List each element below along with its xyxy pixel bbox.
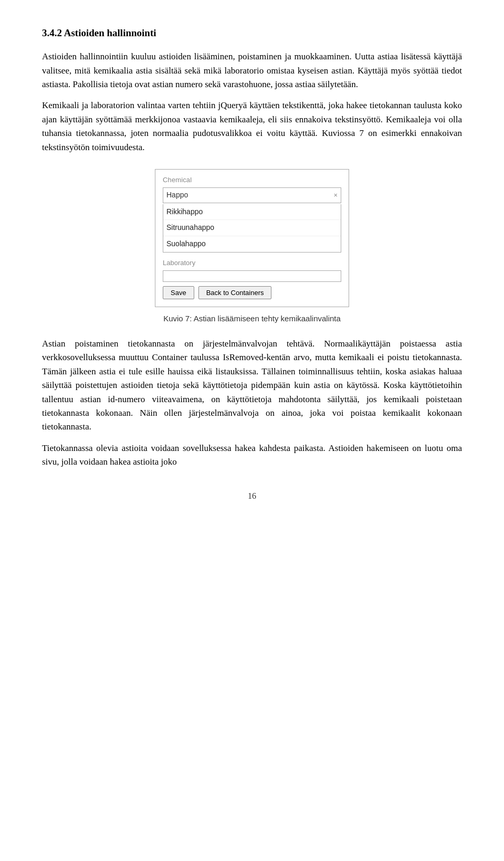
chemical-dropdown-list: Rikkihappo Sitruunahappo Suolahappo: [163, 204, 341, 253]
laboratory-section: Laboratory: [163, 258, 341, 282]
chemical-label: Chemical: [163, 175, 341, 185]
clear-input-icon[interactable]: ×: [333, 190, 338, 201]
figure-buttons-row: Save Back to Containers: [163, 286, 341, 299]
figure-caption: Kuvio 7: Astian lisäämiseen tehty kemika…: [42, 312, 462, 324]
paragraph-3: Astian poistaminen tietokannasta on järj…: [42, 337, 462, 434]
paragraph-2: Kemikaali ja laboratorion valintaa varte…: [42, 99, 462, 154]
list-item-suolahappo[interactable]: Suolahappo: [163, 236, 341, 252]
list-item-rikkihappo[interactable]: Rikkihappo: [163, 204, 341, 220]
paragraph-1: Astioiden hallinnointiin kuuluu astioide…: [42, 50, 462, 91]
chemical-input-row[interactable]: Happo ×: [163, 187, 341, 203]
laboratory-label: Laboratory: [163, 258, 341, 268]
back-to-containers-button[interactable]: Back to Containers: [198, 286, 272, 299]
page-number: 16: [42, 490, 462, 503]
figure-box: Chemical Happo × Rikkihappo Sitruunahapp…: [155, 169, 349, 307]
section-heading: 3.4.2 Astioiden hallinnointi: [42, 25, 462, 40]
save-button[interactable]: Save: [163, 286, 194, 299]
laboratory-input[interactable]: [163, 270, 341, 282]
chemical-input-value: Happo: [166, 190, 333, 201]
paragraph-4: Tietokannassa olevia astioita voidaan so…: [42, 442, 462, 469]
list-item-sitruunahappo[interactable]: Sitruunahappo: [163, 220, 341, 236]
